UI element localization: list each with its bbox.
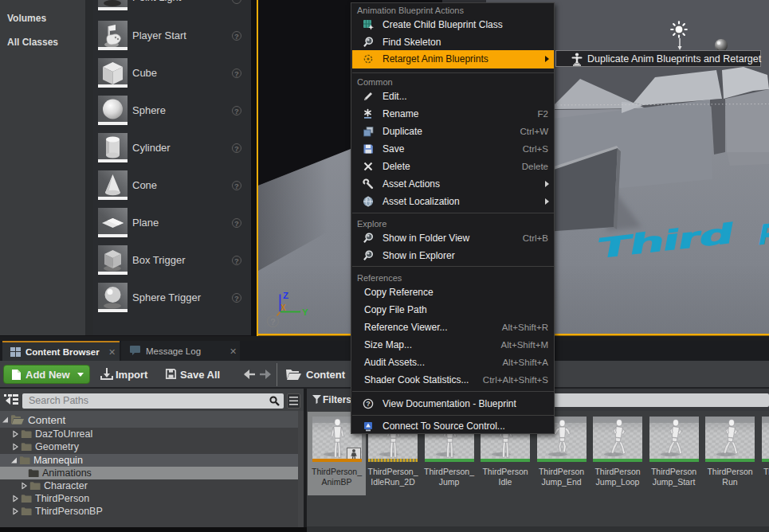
svg-text:Z: Z	[283, 291, 288, 300]
svg-text:Y: Y	[302, 307, 308, 317]
svg-text:?: ?	[366, 400, 371, 408]
svg-text:?: ?	[270, 317, 276, 327]
svg-text:X: X	[281, 303, 286, 312]
